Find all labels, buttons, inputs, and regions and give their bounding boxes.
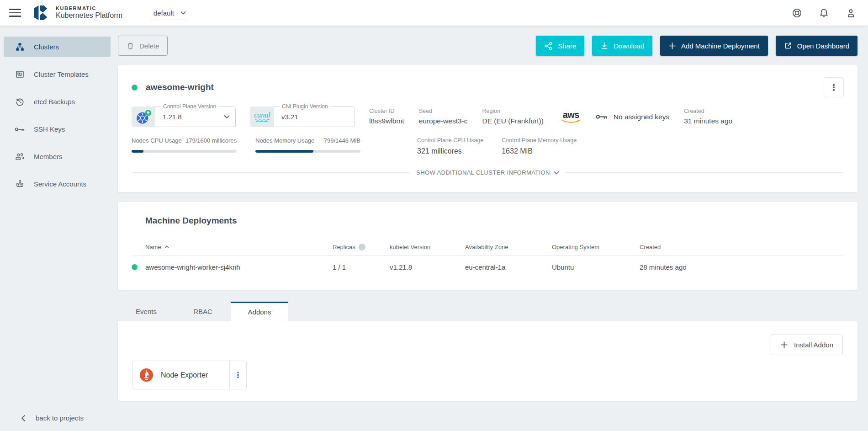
column-kubelet-version: kubelet Version bbox=[390, 244, 465, 250]
column-name[interactable]: Name bbox=[132, 244, 333, 250]
cluster-card: awesome-wright ⋮ bbox=[118, 65, 857, 192]
prometheus-icon bbox=[139, 368, 153, 382]
open-dashboard-button[interactable]: Open Dashboard bbox=[776, 36, 857, 56]
share-button[interactable]: Share bbox=[536, 36, 584, 56]
sidebar-item-etcd-backups[interactable]: etcd Backups bbox=[4, 91, 111, 112]
menu-icon[interactable] bbox=[9, 7, 21, 19]
install-addon-button[interactable]: Install Addon bbox=[771, 335, 843, 355]
column-replicas: Replicas i bbox=[333, 244, 390, 250]
trash-icon bbox=[127, 42, 134, 50]
addon-card-node-exporter: Node Exporter ⋮ bbox=[132, 361, 247, 389]
tab-rbac[interactable]: RBAC bbox=[175, 302, 231, 321]
machine-deployment-row[interactable]: awesome-wright-worker-sj4knh 1 / 1 v1.21… bbox=[132, 255, 844, 279]
sidebar-item-service-accounts[interactable]: Service Accounts bbox=[4, 174, 111, 194]
deployment-kubelet-version: v1.21.8 bbox=[390, 263, 465, 271]
canal-logo-text: canal bbox=[254, 112, 270, 119]
sidebar-item-label: Cluster Templates bbox=[34, 70, 89, 78]
delete-button[interactable]: Delete bbox=[118, 36, 168, 56]
deployment-created: 28 minutes ago bbox=[640, 263, 844, 271]
user-icon[interactable] bbox=[846, 8, 856, 18]
machine-deployments-header-row: Name Replicas i kubelet Version Availabi… bbox=[132, 239, 844, 255]
cluster-toolbar: Delete Share bbox=[118, 36, 857, 56]
deployment-replicas: 1 / 1 bbox=[333, 263, 390, 271]
nodes-memory-usage: Nodes Memory Usage 799/1446 MiB bbox=[255, 137, 360, 155]
sidebar-item-label: Clusters bbox=[34, 43, 59, 51]
download-button[interactable]: Download bbox=[592, 36, 652, 56]
project-selector-value: default bbox=[153, 9, 174, 17]
notifications-icon[interactable] bbox=[819, 8, 829, 18]
cluster-id-value: l8ss9wlbmt bbox=[369, 117, 404, 126]
control-plane-memory-usage: Control Plane Memory Usage 1632 MiB bbox=[502, 137, 577, 155]
cluster-status-dot bbox=[132, 85, 138, 90]
tab-events[interactable]: Events bbox=[118, 302, 175, 321]
cni-plugin-version-value: v3.21 bbox=[281, 113, 298, 121]
created-label: Created bbox=[684, 108, 732, 115]
chevron-left-icon bbox=[21, 415, 26, 422]
project-selector[interactable]: default bbox=[151, 6, 189, 20]
addon-name: Node Exporter bbox=[161, 371, 208, 379]
info-icon[interactable]: i bbox=[359, 244, 365, 250]
region-field: Region DE (EU (Frankfurt)) bbox=[482, 108, 544, 126]
kubermatic-logo-icon bbox=[32, 4, 50, 22]
back-to-projects-link[interactable]: back to projects bbox=[21, 414, 84, 422]
add-machine-deployment-button[interactable]: Add Machine Deployment bbox=[660, 36, 768, 56]
show-more-label: SHOW ADDITIONAL CLUSTER INFORMATION bbox=[416, 169, 550, 176]
ssh-keys-value: No assigned keys bbox=[614, 113, 669, 121]
sidebar-item-label: SSH Keys bbox=[34, 125, 65, 133]
addon-menu-icon[interactable]: ⋮ bbox=[229, 361, 246, 389]
control-plane-cpu-usage: Control Plane CPU Usage 321 millicores bbox=[417, 137, 483, 155]
created-field: Created 31 minutes ago bbox=[684, 108, 732, 126]
open-dashboard-label: Open Dashboard bbox=[797, 42, 849, 50]
cluster-name: awesome-wright bbox=[146, 82, 214, 92]
seed-field: Seed europe-west3-c bbox=[419, 108, 468, 126]
cp-memory-label: Control Plane Memory Usage bbox=[502, 137, 577, 144]
nodes-memory-progressbar bbox=[255, 150, 360, 153]
back-to-projects-label: back to projects bbox=[36, 414, 84, 422]
tab-addons[interactable]: Addons bbox=[231, 302, 288, 321]
nodes-memory-label: Nodes Memory Usage bbox=[255, 137, 314, 144]
sidebar-item-members[interactable]: Members bbox=[4, 146, 111, 167]
cp-memory-value: 1632 MiB bbox=[502, 147, 577, 155]
sidebar-item-cluster-templates[interactable]: Cluster Templates bbox=[4, 64, 111, 85]
install-addon-label: Install Addon bbox=[794, 341, 833, 349]
add-machine-deployment-label: Add Machine Deployment bbox=[681, 42, 760, 50]
brand-bottom: Kubernetes Platform bbox=[56, 11, 122, 20]
help-icon[interactable] bbox=[792, 8, 802, 18]
ssh-keys-status: No assigned keys bbox=[596, 113, 669, 121]
sidebar-item-label: Service Accounts bbox=[34, 180, 86, 188]
seed-label: Seed bbox=[419, 108, 468, 115]
nodes-cpu-label: Nodes CPU Usage bbox=[132, 137, 182, 144]
cni-plugin-version-label: CNI Plugin Version bbox=[280, 103, 330, 110]
cluster-actions-menu-icon[interactable]: ⋮ bbox=[824, 77, 844, 97]
external-link-icon bbox=[784, 42, 792, 50]
etcd-backups-icon bbox=[15, 97, 25, 106]
sidebar-item-ssh-keys[interactable]: SSH Keys bbox=[4, 119, 111, 139]
chevron-down-icon bbox=[180, 11, 186, 15]
cluster-tabs: Events RBAC Addons bbox=[118, 302, 857, 321]
main-content: Delete Share bbox=[114, 26, 868, 431]
sidebar: Clusters Cluster Templates etcd Backup bbox=[0, 26, 114, 431]
column-operating-system: Operating System bbox=[552, 244, 640, 250]
cp-cpu-label: Control Plane CPU Usage bbox=[417, 137, 483, 144]
nodes-cpu-usage: Nodes CPU Usage 179/1600 millicores bbox=[132, 137, 237, 155]
nodes-cpu-progressbar bbox=[132, 150, 237, 153]
chevron-down-icon[interactable] bbox=[224, 115, 230, 119]
column-created: Created bbox=[640, 244, 844, 250]
nodes-memory-value: 799/1446 MiB bbox=[324, 137, 360, 144]
key-icon bbox=[596, 114, 607, 120]
column-availability-zone: Availability Zone bbox=[465, 244, 552, 250]
sidebar-item-clusters[interactable]: Clusters bbox=[4, 37, 111, 57]
show-additional-cluster-information[interactable]: SHOW ADDITIONAL CLUSTER INFORMATION bbox=[132, 169, 844, 176]
cp-cpu-value: 321 millicores bbox=[417, 147, 483, 155]
region-value: DE (EU (Frankfurt)) bbox=[482, 117, 544, 126]
deployment-operating-system: Ubuntu bbox=[552, 263, 640, 271]
control-plane-version-select[interactable]: Control Plane Version 1.21.8 bbox=[132, 106, 236, 127]
canal-logo-icon: canal bbox=[250, 106, 274, 127]
plus-icon bbox=[780, 341, 788, 349]
cni-plugin-version-field: canal CNI Plugin Version v3.21 bbox=[250, 106, 355, 127]
download-button-label: Download bbox=[614, 42, 644, 50]
plus-icon bbox=[668, 42, 676, 50]
control-plane-version-label: Control Plane Version bbox=[161, 103, 218, 110]
share-button-label: Share bbox=[558, 42, 576, 50]
members-icon bbox=[15, 152, 25, 161]
